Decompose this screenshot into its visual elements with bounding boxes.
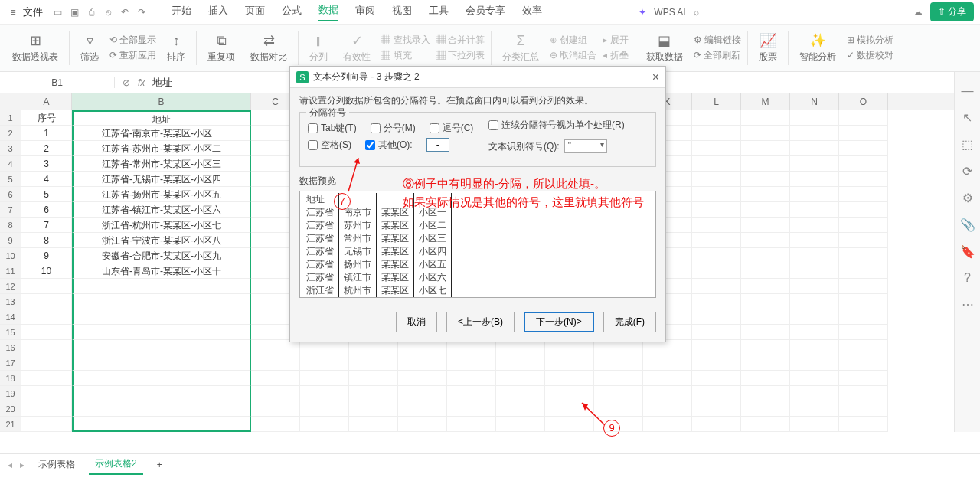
cell[interactable]: 4 xyxy=(21,172,72,187)
save-icon[interactable]: ⎙ xyxy=(83,4,100,21)
print-icon[interactable]: ⎋ xyxy=(100,4,116,21)
cell[interactable] xyxy=(741,248,790,263)
rowhdr[interactable]: 15 xyxy=(0,325,21,340)
rowhdr[interactable]: 3 xyxy=(0,141,21,156)
cell[interactable] xyxy=(447,355,496,371)
cell[interactable] xyxy=(300,340,349,355)
cell[interactable] xyxy=(349,417,398,432)
cell[interactable] xyxy=(741,340,790,355)
cell[interactable] xyxy=(72,279,251,294)
cell[interactable] xyxy=(496,355,545,371)
ribbon-smart[interactable]: ✨智能分析 xyxy=(795,32,841,64)
cell[interactable]: 江苏省-镇江市-某某区-小区六 xyxy=(72,202,251,218)
colhdr-L[interactable]: L xyxy=(692,93,741,110)
cell[interactable] xyxy=(790,355,839,371)
undo-icon[interactable]: ↶ xyxy=(116,4,133,21)
cell[interactable] xyxy=(839,156,888,172)
cell[interactable] xyxy=(741,126,790,141)
cell[interactable] xyxy=(741,355,790,371)
finish-button[interactable]: 完成(F) xyxy=(603,312,656,332)
ribbon-compare[interactable]: ⇄数据对比 xyxy=(246,32,292,64)
tab-efficiency[interactable]: 效率 xyxy=(522,4,542,21)
cell[interactable] xyxy=(21,386,72,401)
cell[interactable] xyxy=(741,294,790,309)
cell[interactable] xyxy=(545,340,594,355)
cell[interactable] xyxy=(21,309,72,325)
cell[interactable] xyxy=(594,386,643,401)
ribbon-dropdown[interactable]: ▦ 下拉列表 xyxy=(436,49,485,62)
cell[interactable] xyxy=(692,371,741,386)
cell[interactable] xyxy=(594,417,643,432)
cell[interactable] xyxy=(398,355,447,371)
sheet-tab-add[interactable]: + xyxy=(151,456,168,473)
sb-attach-icon[interactable]: 📎 xyxy=(960,218,975,232)
ribbon-dup[interactable]: ⧉重复项 xyxy=(203,33,240,64)
rowhdr[interactable]: 13 xyxy=(0,294,21,309)
rowhdr[interactable]: 21 xyxy=(0,417,21,432)
cell[interactable] xyxy=(692,110,741,126)
cell[interactable] xyxy=(790,309,839,325)
cell[interactable] xyxy=(545,417,594,432)
cell[interactable] xyxy=(643,401,692,417)
formula-input[interactable]: 地址 xyxy=(152,76,172,90)
cell[interactable]: 3 xyxy=(21,156,72,172)
rowhdr[interactable]: 6 xyxy=(0,187,21,202)
cell[interactable] xyxy=(692,401,741,417)
rowhdr[interactable]: 8 xyxy=(0,218,21,233)
cell[interactable] xyxy=(790,325,839,340)
tab-review[interactable]: 审阅 xyxy=(355,4,375,21)
cell[interactable] xyxy=(643,371,692,386)
tab-member[interactable]: 会员专享 xyxy=(466,4,505,21)
ribbon-getdata[interactable]: ⬓获取数据 xyxy=(642,32,688,64)
cell[interactable] xyxy=(251,417,300,432)
cell[interactable] xyxy=(839,309,888,325)
sb-style-icon[interactable]: ⬚ xyxy=(962,137,973,152)
cell[interactable] xyxy=(594,371,643,386)
cell[interactable] xyxy=(300,401,349,417)
cell[interactable] xyxy=(72,401,251,417)
rowhdr[interactable]: 18 xyxy=(0,371,21,386)
rowhdr[interactable]: 2 xyxy=(0,126,21,141)
cell[interactable] xyxy=(398,371,447,386)
cell[interactable]: 10 xyxy=(21,263,72,279)
cell[interactable]: 江苏省-苏州市-某某区-小区二 xyxy=(72,141,251,156)
rowhdr[interactable]: 1 xyxy=(0,110,21,126)
rowhdr[interactable]: 4 xyxy=(0,156,21,172)
cell[interactable] xyxy=(692,279,741,294)
cell[interactable] xyxy=(349,340,398,355)
ribbon-lookup[interactable]: ▦ 查找录入 xyxy=(381,34,430,47)
search-icon[interactable]: ⌕ xyxy=(694,7,699,18)
cell[interactable] xyxy=(594,340,643,355)
cell[interactable] xyxy=(692,141,741,156)
rowhdr[interactable]: 17 xyxy=(0,355,21,371)
cell[interactable] xyxy=(741,110,790,126)
cell[interactable] xyxy=(839,279,888,294)
cell[interactable] xyxy=(741,156,790,172)
cell[interactable] xyxy=(251,386,300,401)
cell[interactable] xyxy=(790,294,839,309)
rowhdr[interactable]: 14 xyxy=(0,309,21,325)
cell[interactable] xyxy=(692,325,741,340)
cell[interactable] xyxy=(790,218,839,233)
ribbon-valid[interactable]: ✓有效性 xyxy=(338,32,375,64)
share-button[interactable]: ⇧ 分享 xyxy=(930,2,974,21)
cell[interactable]: 1 xyxy=(21,126,72,141)
cell[interactable] xyxy=(496,401,545,417)
file-menu[interactable]: 文件 xyxy=(23,5,43,19)
cell[interactable] xyxy=(349,355,398,371)
chk-consecutive[interactable]: 连续分隔符号视为单个处理(R) xyxy=(488,119,649,132)
tab-tools[interactable]: 工具 xyxy=(429,4,449,21)
ribbon-stock[interactable]: 📈股票 xyxy=(754,32,782,64)
cell[interactable]: 5 xyxy=(21,187,72,202)
cell[interactable] xyxy=(741,401,790,417)
cell[interactable] xyxy=(839,110,888,126)
cell[interactable] xyxy=(447,386,496,401)
cell[interactable] xyxy=(692,263,741,279)
cell[interactable] xyxy=(251,371,300,386)
chk-other[interactable]: 其他(O): xyxy=(365,139,413,152)
cell[interactable] xyxy=(21,279,72,294)
cell[interactable] xyxy=(741,187,790,202)
cell[interactable] xyxy=(741,263,790,279)
rowhdr[interactable]: 12 xyxy=(0,279,21,294)
cell[interactable] xyxy=(790,233,839,248)
